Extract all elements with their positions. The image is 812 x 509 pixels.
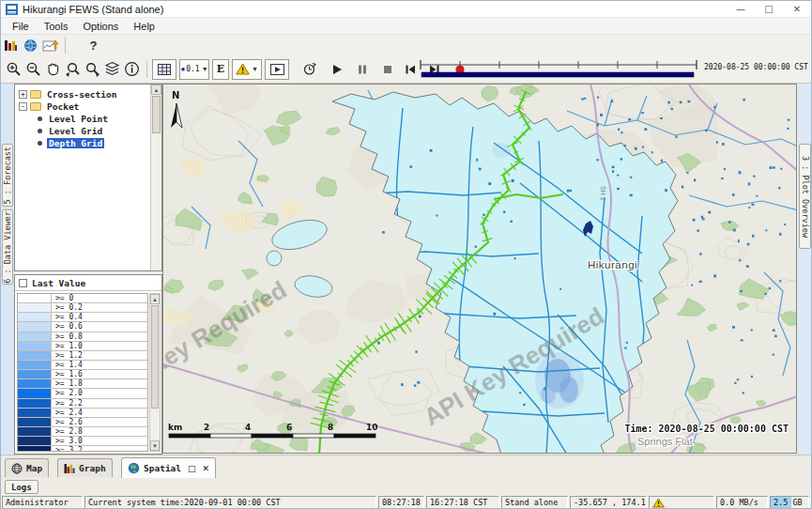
legend-row[interactable]: >= 3.0: [18, 437, 147, 446]
legend-swatch: [18, 427, 52, 436]
layers-button[interactable]: [102, 59, 122, 79]
legend-row[interactable]: >= 1.0: [18, 342, 147, 351]
toolbar-separator: [146, 61, 147, 78]
legend-label: >= 0.4: [52, 313, 83, 321]
tab-spatial-label: Spatial: [144, 463, 181, 473]
legend-row[interactable]: >= 1.4: [18, 361, 147, 370]
stop-button[interactable]: [377, 59, 397, 79]
legend-row[interactable]: >= 2.8: [18, 427, 147, 437]
bar-chart-button[interactable]: [1, 36, 21, 55]
legend-row[interactable]: >= 0.4: [18, 313, 147, 322]
legend-scrollbar[interactable]: ▲ ▼: [149, 293, 161, 452]
status-cell-warning[interactable]: [649, 496, 714, 509]
tab-spatial[interactable]: Spatial □ ✕: [121, 457, 216, 478]
left-tab-strip: 5 : Forecast 6 : Data Viewer: [1, 84, 14, 455]
last-value-checkbox[interactable]: [19, 279, 27, 287]
side-tab-forecast[interactable]: 5 : Forecast: [2, 144, 13, 207]
tree-item[interactable]: Depth Grid: [15, 137, 161, 148]
animation-settings-button[interactable]: [299, 59, 319, 79]
timeseries-button[interactable]: [40, 36, 60, 55]
legend-row[interactable]: >= 2.4: [18, 409, 147, 418]
scroll-up-button[interactable]: ▲: [150, 294, 160, 304]
legend-row[interactable]: >= 1.2: [18, 351, 147, 361]
map-canvas[interactable]: SH 1 Hikurangi Springs Flat API Key Requ…: [162, 84, 797, 454]
legend-swatch: [18, 418, 52, 426]
tree-item[interactable]: Level Point: [15, 113, 161, 124]
zoom-out-button[interactable]: [23, 59, 43, 79]
menu-item-file[interactable]: File: [5, 21, 37, 32]
legend-swatch: [18, 342, 52, 350]
menu-item-options[interactable]: Options: [75, 21, 126, 32]
legend-label: >= 0: [52, 294, 73, 302]
legend-swatch: [18, 322, 52, 331]
scroll-down-button[interactable]: ▼: [150, 440, 160, 451]
scroll-up-button[interactable]: ▲: [151, 85, 161, 95]
grid-display-button[interactable]: [152, 59, 176, 80]
tab-map-label: Map: [26, 463, 42, 473]
tree-item[interactable]: -Pocket: [15, 100, 161, 112]
tree-item-label[interactable]: Pocket: [45, 101, 81, 112]
scale-unit-label: km: [168, 423, 182, 432]
legend-toggle-button[interactable]: E: [212, 59, 229, 80]
tree-item-label[interactable]: Level Grid: [47, 126, 104, 136]
legend-row[interactable]: >= 1.6: [18, 370, 147, 379]
spatial-maximize-button[interactable]: □: [188, 464, 196, 473]
scale-tick-label: 8: [328, 423, 333, 432]
legend-row[interactable]: >= 0: [18, 294, 147, 303]
menu-item-help[interactable]: Help: [126, 21, 162, 32]
map-time-label: Time: 2020-08-25 00:00:00 CST: [624, 424, 789, 434]
maximize-button[interactable]: □: [755, 1, 783, 17]
pause-button[interactable]: [352, 59, 372, 79]
info-button[interactable]: [122, 59, 142, 79]
zoom-next-button[interactable]: [83, 59, 102, 79]
legend-label: >= 0.6: [52, 322, 83, 331]
scale-tick-label: 6: [286, 423, 292, 432]
help-button[interactable]: ?: [84, 36, 103, 55]
legend-toggle-label: E: [217, 63, 224, 75]
side-tab-plot-overview[interactable]: 3 : Plot Overview: [799, 144, 811, 249]
tree-scrollbar[interactable]: ▲: [150, 85, 161, 270]
legend-row[interactable]: >= 1.8: [18, 379, 147, 389]
tree-item-label[interactable]: Depth Grid: [47, 138, 104, 148]
legend-row[interactable]: >= 0.6: [18, 322, 147, 332]
zoom-in-button[interactable]: [4, 59, 23, 79]
timeline-slider[interactable]: [417, 57, 700, 80]
tab-map[interactable]: Map: [5, 458, 49, 477]
node-bullet-icon: [38, 141, 42, 146]
animation-panel-button[interactable]: [265, 59, 289, 80]
tab-graph[interactable]: Graph: [57, 458, 113, 477]
menu-item-tools[interactable]: Tools: [37, 21, 76, 32]
legend-row[interactable]: >= 2.6: [18, 418, 147, 427]
legend-row[interactable]: >= 3.2: [18, 446, 147, 452]
scroll-thumb[interactable]: [152, 96, 161, 133]
tree-item[interactable]: Level Grid: [15, 125, 161, 136]
logs-button[interactable]: Logs: [5, 480, 38, 494]
close-button[interactable]: ✕: [783, 1, 811, 17]
status-cell-gmt: 08:27:18 GMT: [378, 496, 424, 509]
pan-hand-button[interactable]: [43, 59, 63, 79]
spatial-close-button[interactable]: ✕: [203, 464, 210, 473]
legend-label: >= 2.8: [52, 427, 83, 436]
legend-row[interactable]: >= 2.2: [18, 399, 147, 409]
play-button[interactable]: [327, 59, 346, 79]
legend-row[interactable]: >= 0.8: [18, 332, 147, 342]
globe-map-button[interactable]: [21, 36, 40, 55]
expand-toggle[interactable]: +: [19, 90, 27, 99]
legend-row[interactable]: >= 0.2: [18, 303, 147, 313]
minimize-button[interactable]: —: [727, 1, 755, 17]
tree-item-label[interactable]: Cross-section: [45, 89, 118, 100]
layer-tree-panel: +Cross-section-PocketLevel PointLevel Gr…: [14, 84, 162, 271]
logs-label: Logs: [11, 483, 32, 492]
side-tab-data-viewer[interactable]: 6 : Data Viewer: [2, 209, 13, 285]
scroll-thumb[interactable]: [151, 305, 159, 409]
legend-label: >= 1.4: [52, 361, 83, 369]
expand-toggle[interactable]: -: [19, 102, 27, 111]
zoom-previous-button[interactable]: [63, 59, 83, 79]
tree-item-label[interactable]: Level Point: [47, 114, 110, 124]
legend-swatch: [18, 437, 52, 445]
class-break-dropdown[interactable]: ● 0.1 ▼: [179, 59, 209, 80]
tree-item[interactable]: +Cross-section: [15, 88, 161, 100]
warning-dropdown-button[interactable]: ▼: [232, 59, 262, 80]
legend-row[interactable]: >= 2.0: [18, 389, 147, 398]
scale-tick-label: 10: [366, 423, 378, 432]
